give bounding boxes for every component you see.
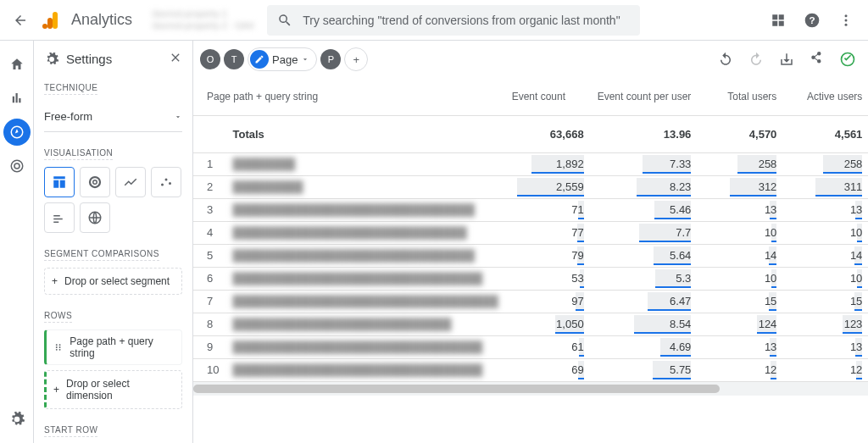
table-row[interactable]: 3███████████████████████████████715.4613… bbox=[193, 198, 868, 221]
more-menu-button[interactable] bbox=[831, 5, 861, 36]
viz-scatter-button[interactable] bbox=[151, 167, 181, 197]
bars-icon bbox=[52, 210, 67, 225]
table-row[interactable]: 1████████1,8927.33258258322 bbox=[193, 152, 868, 175]
start-row-label: START ROW bbox=[44, 425, 97, 437]
svg-point-19 bbox=[56, 346, 58, 348]
rows-label: ROWS bbox=[44, 311, 72, 323]
table-row[interactable]: 4██████████████████████████████777.71010… bbox=[193, 221, 868, 244]
line-icon bbox=[123, 174, 138, 190]
property-switcher[interactable]: blurred-property-1 blurred-property-2 · … bbox=[153, 8, 253, 30]
segment-label: SEGMENT COMPARISONS bbox=[44, 249, 159, 261]
table-row[interactable]: 7██████████████████████████████████976.4… bbox=[193, 290, 868, 313]
technique-select[interactable]: Free-form bbox=[44, 102, 182, 132]
nav-reports[interactable] bbox=[3, 85, 31, 112]
close-settings-button[interactable] bbox=[169, 51, 182, 67]
svg-point-20 bbox=[59, 346, 61, 348]
table-row[interactable]: 8████████████████████████████1,0508.5412… bbox=[193, 313, 868, 335]
download-icon bbox=[779, 52, 794, 67]
help-button[interactable]: ? bbox=[797, 5, 827, 36]
check-circle-icon bbox=[839, 51, 856, 68]
svg-point-18 bbox=[59, 344, 61, 346]
pencil-icon bbox=[254, 54, 264, 64]
explore-icon bbox=[9, 125, 25, 140]
table-row[interactable]: 6████████████████████████████████535.310… bbox=[193, 267, 868, 290]
viz-line-button[interactable] bbox=[115, 167, 146, 197]
home-icon bbox=[9, 57, 25, 72]
svg-rect-0 bbox=[53, 12, 58, 29]
svg-point-5 bbox=[845, 14, 848, 17]
gear-icon bbox=[44, 52, 59, 67]
download-button[interactable] bbox=[773, 46, 800, 73]
share-button[interactable] bbox=[804, 46, 831, 73]
apps-button[interactable] bbox=[763, 5, 793, 36]
table-row[interactable]: 10████████████████████████████████695.75… bbox=[193, 358, 868, 381]
target-icon bbox=[9, 158, 25, 174]
chevron-down-icon bbox=[174, 113, 182, 121]
search-icon bbox=[277, 13, 292, 28]
back-button[interactable] bbox=[7, 7, 34, 34]
help-icon: ? bbox=[804, 12, 821, 29]
svg-point-17 bbox=[56, 344, 58, 346]
top-bar: Analytics blurred-property-1 blurred-pro… bbox=[0, 0, 868, 41]
donut-icon bbox=[87, 174, 103, 190]
chip-t[interactable]: T bbox=[224, 49, 244, 69]
scatter-icon bbox=[159, 174, 174, 190]
chip-p[interactable]: P bbox=[320, 49, 341, 69]
viz-donut-button[interactable] bbox=[80, 167, 110, 197]
viz-table-button[interactable] bbox=[44, 167, 75, 197]
table-icon bbox=[52, 174, 67, 190]
dimension-dropzone[interactable]: +Drop or select dimension bbox=[44, 370, 182, 409]
horizontal-scrollbar[interactable] bbox=[193, 382, 868, 396]
gear-icon bbox=[8, 411, 25, 428]
nav-advertising[interactable] bbox=[3, 152, 31, 180]
brand-name: Analytics bbox=[71, 11, 132, 29]
svg-point-12 bbox=[93, 180, 97, 185]
totals-row: Totals63,66813.964,5704,5615,184 bbox=[193, 115, 868, 152]
svg-point-15 bbox=[169, 182, 171, 185]
grid-icon bbox=[771, 13, 786, 28]
nav-explore[interactable] bbox=[3, 119, 31, 146]
drag-icon bbox=[53, 342, 63, 352]
svg-point-6 bbox=[845, 19, 848, 21]
svg-point-2 bbox=[42, 24, 47, 29]
segment-dropzone[interactable]: +Drop or select segment bbox=[44, 268, 182, 295]
svg-point-13 bbox=[161, 184, 164, 186]
report-toolbar: O T Page P + bbox=[193, 41, 868, 78]
svg-point-11 bbox=[90, 177, 100, 187]
viz-geo-button[interactable] bbox=[80, 202, 110, 233]
table-row[interactable]: 9████████████████████████████████614.691… bbox=[193, 335, 868, 358]
svg-point-21 bbox=[56, 349, 58, 351]
analytics-logo-icon bbox=[41, 10, 61, 30]
nav-admin[interactable] bbox=[3, 406, 31, 433]
undo-button[interactable] bbox=[712, 46, 739, 73]
chip-o[interactable]: O bbox=[200, 49, 220, 69]
more-vert-icon bbox=[838, 13, 854, 28]
arrow-left-icon bbox=[13, 13, 28, 28]
svg-rect-1 bbox=[47, 18, 53, 29]
settings-title: Settings bbox=[66, 52, 112, 66]
svg-point-10 bbox=[14, 163, 19, 169]
svg-point-22 bbox=[59, 349, 61, 351]
svg-point-9 bbox=[11, 160, 23, 172]
table-header-row: Page path + query string Event count Eve… bbox=[193, 78, 868, 115]
svg-point-14 bbox=[165, 179, 168, 181]
redo-button[interactable] bbox=[743, 46, 770, 73]
redo-icon bbox=[748, 52, 764, 67]
chevron-down-icon bbox=[301, 55, 309, 64]
page-tab[interactable]: Page bbox=[248, 47, 317, 71]
row-dimension-chip[interactable]: Page path + query string bbox=[44, 329, 182, 365]
add-tab-button[interactable]: + bbox=[344, 47, 368, 71]
table-row[interactable]: 2█████████2,5598.23312311415 bbox=[193, 175, 868, 198]
global-search[interactable]: Try searching "trend of conversions from… bbox=[267, 5, 640, 36]
table-row[interactable]: 5███████████████████████████████795.6414… bbox=[193, 244, 868, 267]
settings-panel: Settings TECHNIQUE Free-form VISUALISATI… bbox=[34, 41, 193, 443]
close-icon bbox=[169, 51, 182, 64]
undo-icon bbox=[718, 52, 733, 67]
nav-rail bbox=[0, 41, 34, 443]
svg-text:?: ? bbox=[809, 14, 815, 25]
status-button[interactable] bbox=[834, 46, 861, 73]
data-table[interactable]: Page path + query string Event count Eve… bbox=[193, 78, 868, 443]
viz-bar-button[interactable] bbox=[44, 202, 75, 233]
content-area: O T Page P + Page path + query st bbox=[193, 41, 868, 443]
nav-home[interactable] bbox=[3, 51, 31, 78]
